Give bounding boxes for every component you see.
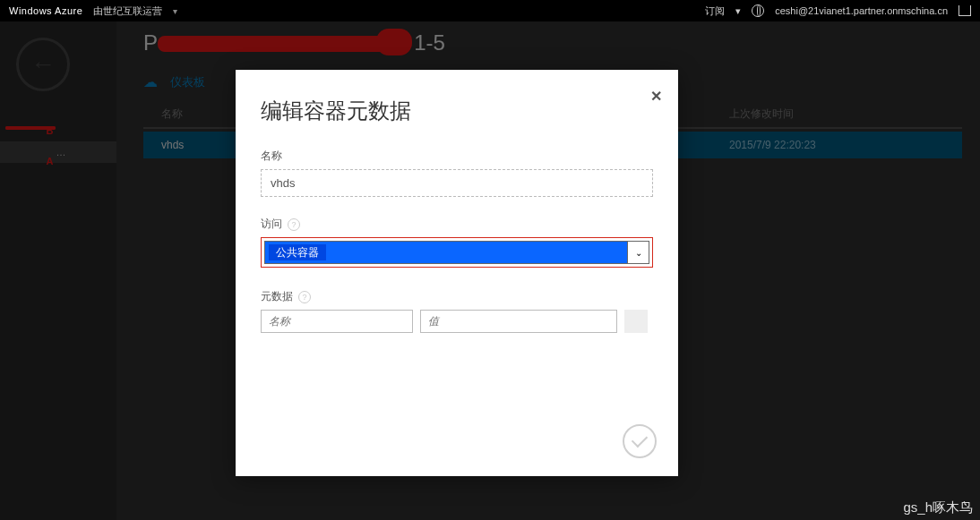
metadata-value-input[interactable] (420, 310, 617, 333)
name-label: 名称 (261, 149, 653, 164)
watermark: gs_h啄木鸟 (903, 499, 973, 516)
subscription-label[interactable]: 订阅 (705, 4, 725, 18)
metadata-label: 元数据 ? (261, 289, 653, 304)
top-bar: Windows Azure 由世纪互联运营 ▾ 订阅 ▾ ceshi@21via… (0, 0, 980, 21)
confirm-button[interactable] (623, 424, 657, 458)
access-select-value: 公共容器 (269, 244, 326, 260)
subscription-operator: 由世纪互联运营 (93, 4, 162, 18)
globe-icon[interactable] (752, 4, 764, 17)
access-label: 访问 ? (261, 217, 653, 232)
metadata-name-input[interactable] (261, 310, 413, 333)
access-select-highlight: 公共容器 ⌄ (261, 237, 653, 268)
access-select[interactable]: 公共容器 ⌄ (264, 241, 649, 264)
filter-icon[interactable]: ▾ (735, 5, 741, 17)
cart-icon[interactable] (959, 5, 971, 16)
user-email[interactable]: ceshi@21vianet1.partner.onmschina.cn (775, 5, 948, 16)
help-icon[interactable]: ? (298, 291, 311, 303)
brand-label: Windows Azure (9, 5, 82, 16)
name-field: vhds (261, 169, 653, 197)
edit-container-metadata-modal: ✕ 编辑容器元数据 名称 vhds 访问 ? 公共容器 ⌄ 元数据 ? (236, 70, 678, 476)
chevron-down-icon[interactable]: ⌄ (627, 242, 649, 263)
metadata-row (261, 310, 653, 333)
chevron-down-icon[interactable]: ▾ (173, 6, 177, 16)
help-icon[interactable]: ? (288, 218, 300, 231)
close-icon[interactable]: ✕ (650, 88, 662, 105)
modal-title: 编辑容器元数据 (261, 97, 653, 125)
metadata-action-button[interactable] (624, 310, 648, 333)
